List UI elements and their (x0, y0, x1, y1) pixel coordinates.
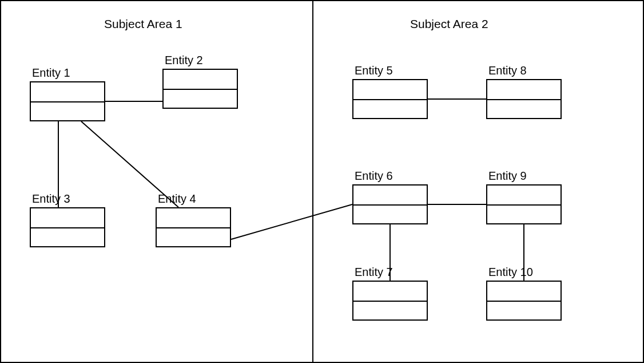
entity-label: Entity 5 (355, 64, 393, 77)
entity-box (352, 79, 428, 119)
entity-3: Entity 3 (30, 207, 105, 247)
entity-10: Entity 10 (486, 281, 562, 321)
entity-label: Entity 3 (32, 192, 70, 206)
entity-8: Entity 8 (486, 79, 562, 119)
area-title-2: Subject Area 2 (410, 17, 488, 31)
entity-label: Entity 7 (355, 266, 393, 279)
entity-4: Entity 4 (156, 207, 231, 247)
connection-line (231, 204, 352, 239)
entity-label: Entity 10 (488, 266, 533, 279)
entity-box (156, 207, 231, 247)
entity-label: Entity 4 (158, 192, 196, 206)
entity-2: Entity 2 (162, 69, 238, 109)
entity-box (352, 281, 428, 321)
entity-box (30, 207, 105, 247)
entity-label: Entity 6 (355, 169, 393, 183)
entity-box (162, 69, 238, 109)
entity-6: Entity 6 (352, 184, 428, 224)
entity-box (30, 81, 105, 121)
entity-box (486, 79, 562, 119)
entity-9: Entity 9 (486, 184, 562, 224)
entity-box (352, 184, 428, 224)
diagram-canvas: Subject Area 1 Subject Area 2 Entity 1 E… (0, 0, 644, 363)
entity-label: Entity 8 (488, 64, 527, 77)
area-title-1: Subject Area 1 (104, 17, 182, 31)
entity-label: Entity 9 (488, 169, 527, 183)
entity-box (486, 184, 562, 224)
entity-box (486, 281, 562, 321)
area-divider (312, 1, 313, 362)
entity-label: Entity 1 (32, 66, 70, 80)
entity-label: Entity 2 (165, 54, 203, 67)
entity-1: Entity 1 (30, 81, 105, 121)
entity-7: Entity 7 (352, 281, 428, 321)
entity-5: Entity 5 (352, 79, 428, 119)
